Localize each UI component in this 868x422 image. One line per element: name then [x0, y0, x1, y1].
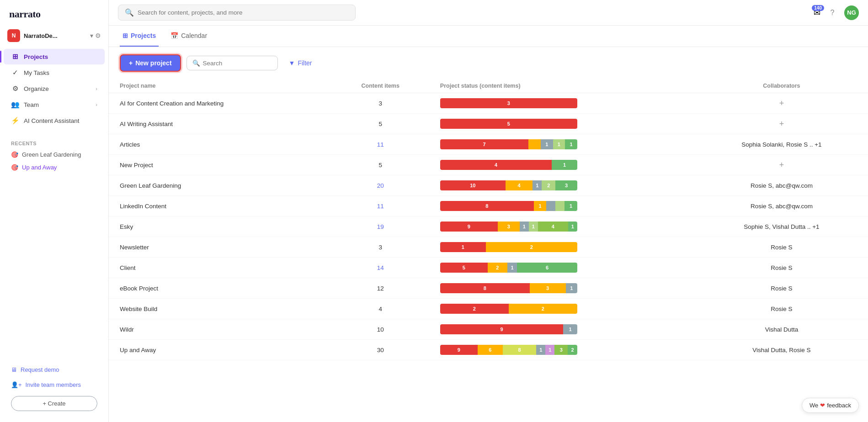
sidebar-item-team[interactable]: 👥 Team › [4, 97, 105, 112]
workspace-name: NarratoDe... [24, 32, 86, 39]
status-bar: 9681132 [440, 345, 577, 355]
search-icon: 🔍 [192, 59, 200, 67]
content-items-cell: 14 [328, 258, 429, 278]
chevron-down-icon[interactable]: ▾ [90, 32, 93, 39]
toolbar: + New project 🔍 ▼ Filter [109, 47, 868, 79]
status-bar: 931141 [440, 222, 577, 232]
content-items-cell: 3 [328, 237, 429, 258]
table-row[interactable]: Newsletter312Rosie S [109, 237, 868, 258]
project-status-cell: 811 [429, 196, 692, 216]
project-status-cell: 831 [429, 278, 692, 299]
add-collaborator-button[interactable]: + [779, 119, 784, 128]
collaborators-cell: + [692, 93, 868, 114]
table-header-row: Project name Content items Project statu… [109, 79, 868, 93]
plus-icon: + [129, 59, 133, 67]
request-demo-link[interactable]: 🖥 Request demo [5, 363, 103, 376]
add-collaborator-button[interactable]: + [779, 160, 784, 169]
projects-search-input[interactable] [203, 60, 267, 67]
global-search[interactable]: 🔍 [118, 5, 356, 21]
sidebar-nav: ⊞ Projects ✓ My Tasks ⚙ Organize › 👥 Tea… [0, 47, 108, 131]
table-row[interactable]: AI for Content Creation and Marketing33+ [109, 93, 868, 114]
sidebar-item-organize[interactable]: ⚙ Organize › [4, 81, 105, 96]
content-items-cell: 5 [328, 155, 429, 175]
help-icon[interactable]: ? [825, 5, 840, 20]
sidebar-item-my-tasks[interactable]: ✓ My Tasks [4, 65, 105, 80]
feedback-button[interactable]: We ❤ feedback [802, 398, 859, 413]
table-row[interactable]: AI Writing Assistant55+ [109, 114, 868, 134]
table-row[interactable]: eBook Project12831Rosie S [109, 278, 868, 299]
content-items-cell: 4 [328, 299, 429, 319]
col-collaborators: Collaborators [692, 79, 868, 93]
table-row[interactable]: Up and Away309681132Vishal Dutta, Rosie … [109, 340, 868, 360]
recent-item-green-leaf[interactable]: 🎯 Green Leaf Gardening [4, 148, 105, 161]
feedback-label-we: We [809, 402, 818, 409]
tasks-icon: ✓ [11, 69, 19, 77]
filter-button[interactable]: ▼ Filter [283, 56, 318, 70]
recent-item-label: Up and Away [22, 164, 57, 171]
chevron-right-icon: › [96, 86, 97, 91]
table-row[interactable]: Articles117111Sophia Solanki, Rosie S ..… [109, 134, 868, 155]
project-status-cell: 5216 [429, 258, 692, 278]
chevron-right-icon: › [96, 102, 97, 107]
table-row[interactable]: Website Build422Rosie S [109, 299, 868, 319]
sidebar-item-ai-assistant[interactable]: ⚡ AI Content Assistant [4, 113, 105, 128]
projects-table: Project name Content items Project statu… [109, 79, 868, 360]
tab-label: Calendar [181, 32, 207, 39]
demo-icon: 🖥 [11, 366, 17, 373]
mail-badge: 140 [812, 5, 824, 11]
table-row[interactable]: Client145216Rosie S [109, 258, 868, 278]
new-project-label: New project [135, 59, 171, 67]
invite-team-link[interactable]: 👤+ Invite team members [5, 378, 103, 391]
table-row[interactable]: Green Leaf Gardening20104123Rosie S, abc… [109, 175, 868, 196]
status-bar: 22 [440, 304, 577, 314]
collaborators-cell: Rosie S, abc@qw.com [692, 196, 868, 216]
sidebar: narrato N NarratoDe... ▾ ⚙ ⊞ Projects ✓ … [0, 0, 109, 422]
collaborators-cell: Rosie S [692, 278, 868, 299]
sidebar-item-projects[interactable]: ⊞ Projects [4, 49, 105, 64]
settings-icon[interactable]: ⚙ [95, 32, 101, 39]
sidebar-item-label: Organize [24, 85, 49, 92]
invite-icon: 👤+ [11, 381, 22, 388]
main-area: 🔍 ✉ 140 ? NG ⊞ Projects 📅 Calendar [109, 0, 868, 422]
table-row[interactable]: LinkedIn Content11811Rosie S, abc@qw.com [109, 196, 868, 216]
tab-projects[interactable]: ⊞ Projects [120, 26, 159, 47]
search-icon: 🔍 [125, 8, 134, 17]
project-name-cell: Green Leaf Gardening [109, 175, 328, 196]
tab-label: Projects [131, 32, 156, 39]
content-items-cell: 30 [328, 340, 429, 360]
sidebar-item-label: Projects [24, 53, 48, 60]
project-status-cell: 7111 [429, 134, 692, 155]
tab-calendar[interactable]: 📅 Calendar [168, 26, 210, 47]
calendar-tab-icon: 📅 [170, 32, 178, 39]
workspace-selector[interactable]: N NarratoDe... ▾ ⚙ [0, 26, 108, 47]
project-name-cell: AI for Content Creation and Marketing [109, 93, 328, 114]
ai-icon: ⚡ [11, 116, 19, 125]
table-row[interactable]: New Project541+ [109, 155, 868, 175]
mail-icon-wrap[interactable]: ✉ 140 [814, 8, 820, 18]
topbar-right: ✉ 140 ? NG [814, 5, 859, 20]
project-icon: 🎯 [11, 151, 18, 158]
table-row[interactable]: Esky19931141Sophie S, Vishal Dutta .. +1 [109, 216, 868, 237]
user-avatar[interactable]: NG [844, 5, 859, 20]
tabs-bar: ⊞ Projects 📅 Calendar [109, 26, 868, 47]
project-name-cell: LinkedIn Content [109, 196, 328, 216]
collaborators-cell: Sophie S, Vishal Dutta .. +1 [692, 216, 868, 237]
global-search-input[interactable] [138, 9, 349, 16]
sidebar-item-label: Team [24, 101, 39, 108]
project-status-cell: 22 [429, 299, 692, 319]
project-icon: 🎯 [11, 164, 18, 171]
projects-search[interactable]: 🔍 [186, 56, 278, 70]
new-project-button[interactable]: + New project [120, 54, 181, 72]
table-row[interactable]: Wildr1091Vishal Dutta [109, 319, 868, 340]
status-bar: 41 [440, 160, 577, 170]
project-name-cell: eBook Project [109, 278, 328, 299]
content-items-cell: 12 [328, 278, 429, 299]
project-name-cell: AI Writing Assistant [109, 114, 328, 134]
recent-item-up-and-away[interactable]: 🎯 Up and Away [4, 161, 105, 174]
collaborators-cell: + [692, 114, 868, 134]
status-bar: 5216 [440, 263, 577, 273]
projects-icon: ⊞ [11, 53, 19, 61]
create-button[interactable]: + Create [11, 396, 97, 411]
add-collaborator-button[interactable]: + [779, 99, 784, 108]
status-bar: 3 [440, 98, 577, 108]
